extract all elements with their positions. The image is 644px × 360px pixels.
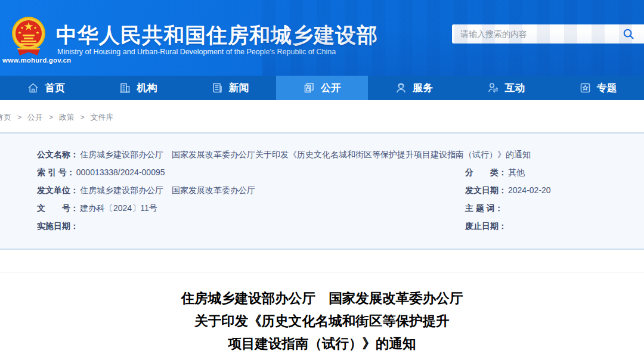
breadcrumb-policy[interactable]: 政策 [59,113,75,122]
document-metadata-panel: 公文名称： 住房城乡建设部办公厅 国家发展改革委办公厅关于印发《历史文化名城和街… [0,132,644,250]
breadcrumb-separator: > [17,113,22,122]
nav-item-home[interactable]: 首页 [0,76,92,100]
news-icon [211,82,224,94]
breadcrumb-separator: > [48,113,53,122]
disclosure-icon [303,82,315,94]
meta-row-implementation-date: 实施日期： [37,217,465,235]
meta-label: 发文单位： [37,181,79,199]
meta-row-index-number: 索 引 号： 000013338/2024-00095 [37,163,465,181]
meta-label: 文 号： [37,199,79,217]
nav-label: 服务 [413,81,433,95]
nav-item-disclosure[interactable]: 公开 [276,76,368,100]
organization-icon [119,82,131,94]
meta-label: 公文名称： [37,145,79,163]
nav-item-organization[interactable]: 机构 [92,76,184,100]
breadcrumb-library[interactable]: 文件库 [91,113,114,122]
nav-label: 机构 [137,81,157,95]
meta-row-doc-name: 公文名称： 住房城乡建设部办公厅 国家发展改革委办公厅关于印发《历史文化名城和街… [37,145,644,163]
document-title-line-1: 住房城乡建设部办公厅 国家发展改革委办公厅 [0,287,644,310]
nav-item-topics[interactable]: 专题 [552,76,644,100]
nav-label: 互动 [505,81,525,95]
site-title: 中华人民共和国住房和城乡建设部 [56,21,378,49]
nav-label: 首页 [45,81,65,95]
meta-value: 建办科〔2024〕11号 [80,199,157,217]
document-title: 住房城乡建设部办公厅 国家发展改革委办公厅 关于印发《历史文化名城和街区等保护提… [0,287,644,355]
meta-label: 废止日期： [465,217,507,235]
meta-row-category: 分 类： 其他 [465,163,644,181]
meta-value: 住房城乡建设部办公厅 国家发展改革委办公厅关于印发《历史文化名城和街区等保护提升… [80,145,531,163]
breadcrumb-disclosure[interactable]: 公开 [27,113,43,122]
search-box [452,24,644,44]
nav-item-service[interactable]: 服务 [368,76,460,100]
interaction-icon [487,82,500,94]
meta-label: 发文日期： [465,181,507,199]
meta-grid: 索 引 号： 000013338/2024-00095 发文单位： 住房城乡建设… [37,163,644,235]
meta-column-left: 索 引 号： 000013338/2024-00095 发文单位： 住房城乡建设… [37,163,465,235]
document-title-line-2: 关于印发《历史文化名城和街区等保护提升 [0,310,644,333]
site-url: www.mohurd.gov.cn [2,57,71,64]
nav-item-interaction[interactable]: 互动 [460,76,552,100]
breadcrumb-separator: > [80,113,85,122]
meta-value: 其他 [508,163,525,181]
home-icon [27,82,39,94]
meta-label: 主 题 词： [465,199,503,217]
site-subtitle-en: Ministry of Housing and Urban-Rural Deve… [57,48,336,56]
nav-label: 专题 [597,81,617,95]
meta-label: 实施日期： [37,217,79,235]
nav-label: 新闻 [229,81,249,95]
topics-icon [579,82,592,94]
search-input[interactable] [459,29,623,39]
meta-row-issuing-unit: 发文单位： 住房城乡建设部办公厅 国家发展改革委办公厅 [37,181,465,199]
main-nav: 首页 机构 [0,76,644,100]
meta-row-doc-number: 文 号： 建办科〔2024〕11号 [37,199,465,217]
service-icon [395,82,407,94]
meta-value: 2024-02-20 [508,181,551,199]
search-button[interactable] [623,28,634,40]
national-emblem-icon [11,15,47,58]
magnifier-icon [623,28,634,40]
document-title-line-3: 项目建设指南（试行）》的通知 [0,333,644,355]
content-divider [0,272,644,272]
breadcrumb-home[interactable]: 首页 [0,113,11,122]
meta-value: 住房城乡建设部办公厅 国家发展改革委办公厅 [80,181,255,199]
site-header: www.mohurd.gov.cn 中华人民共和国住房和城乡建设部 Minist… [0,0,644,76]
meta-label: 分 类： [465,163,507,181]
meta-row-repeal-date: 废止日期： [465,217,644,235]
meta-row-keywords: 主 题 词： [465,199,644,217]
nav-label: 公开 [321,81,341,95]
meta-row-issue-date: 发文日期： 2024-02-20 [465,181,644,199]
breadcrumb: 首页 > 公开 > 政策 > 文件库 [0,112,114,123]
page: www.mohurd.gov.cn 中华人民共和国住房和城乡建设部 Minist… [0,0,644,360]
meta-label: 索 引 号： [37,163,75,181]
meta-value: 000013338/2024-00095 [76,163,165,181]
nav-item-news[interactable]: 新闻 [184,76,276,100]
meta-column-right: 分 类： 其他 发文日期： 2024-02-20 主 题 词： 废止日期： [465,163,644,235]
